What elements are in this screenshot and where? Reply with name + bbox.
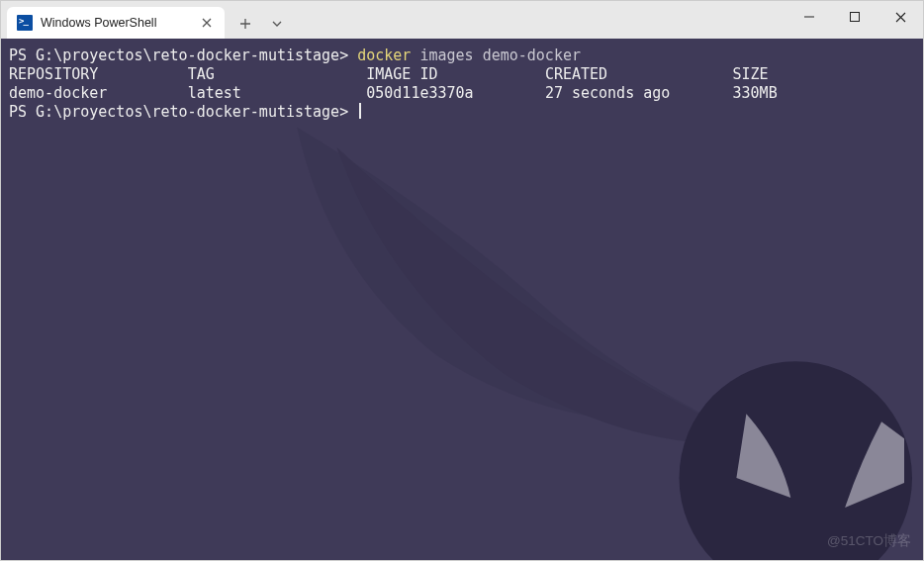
- cell-repository: demo-docker: [9, 84, 107, 102]
- svg-point-1: [680, 361, 912, 560]
- cell-tag: latest: [188, 84, 241, 102]
- col-tag: TAG: [188, 65, 215, 83]
- terminal-window: Windows PowerShell: [0, 0, 924, 561]
- terminal-pane[interactable]: PS G:\proyectos\reto-docker-mutistage> d…: [1, 39, 923, 560]
- new-tab-button[interactable]: [231, 9, 260, 39]
- command-name: docker: [357, 47, 411, 64]
- col-repository: REPOSITORY: [9, 65, 98, 83]
- close-tab-icon[interactable]: [199, 15, 215, 31]
- powershell-icon: [17, 15, 33, 31]
- tab-actions: [225, 9, 292, 39]
- col-size: SIZE: [733, 65, 769, 83]
- prompt-line: PS G:\proyectos\reto-docker-mutistage>: [9, 103, 348, 121]
- col-created: CREATED: [545, 65, 607, 83]
- command-args: images demo-docker: [419, 47, 581, 64]
- maximize-button[interactable]: [832, 1, 878, 33]
- window-controls: [786, 1, 923, 33]
- prompt-line: PS G:\proyectos\reto-docker-mutistage>: [9, 47, 348, 64]
- tab-strip: Windows PowerShell: [1, 1, 292, 39]
- tab-dropdown-button[interactable]: [262, 9, 292, 39]
- svg-rect-0: [851, 13, 860, 22]
- cell-created: 27 seconds ago: [545, 84, 670, 102]
- titlebar: Windows PowerShell: [1, 1, 923, 39]
- cursor: [359, 103, 361, 119]
- col-imageid: IMAGE ID: [366, 65, 437, 83]
- minimize-button[interactable]: [786, 1, 832, 33]
- watermark: @51CTO博客: [827, 531, 911, 550]
- cell-size: 330MB: [733, 84, 778, 102]
- tab-title: Windows PowerShell: [41, 16, 191, 30]
- terminal-output: PS G:\proyectos\reto-docker-mutistage> d…: [9, 47, 915, 122]
- tab-powershell[interactable]: Windows PowerShell: [7, 7, 225, 39]
- close-button[interactable]: [878, 1, 923, 33]
- cell-imageid: 050d11e3370a: [366, 84, 473, 102]
